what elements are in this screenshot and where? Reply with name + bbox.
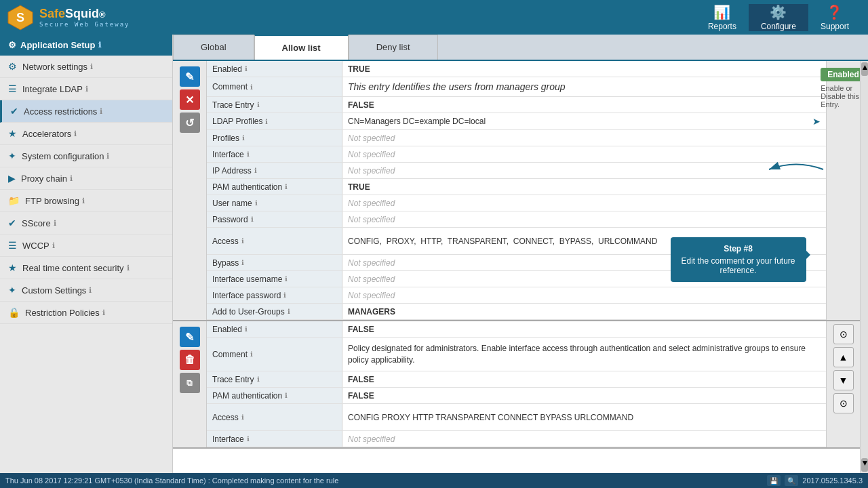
tab-denylist[interactable]: Deny list xyxy=(349,35,438,60)
entry2-delete-button[interactable]: 🗑 xyxy=(180,350,200,370)
password-help-icon1[interactable]: ℹ xyxy=(251,216,254,223)
entry2-settings-btn1[interactable]: ⊙ xyxy=(833,324,854,344)
entry1-clone-button[interactable]: ↺ xyxy=(180,113,200,133)
scroll-up-btn[interactable]: ▲ xyxy=(861,62,868,76)
scroll-down-btn[interactable]: ▼ xyxy=(861,458,868,472)
sidebar-section-app-setup: ⚙ Application Setup ℹ xyxy=(0,35,172,56)
field-value-password1: Not specified xyxy=(342,211,826,227)
entry1-edit-button[interactable]: ✎ xyxy=(180,66,200,87)
step-bubble: Step #8 Edit the comment or your future … xyxy=(671,237,806,282)
field-label-interface2: Interface ℹ xyxy=(207,431,342,447)
accelerators-help-icon[interactable]: ℹ xyxy=(74,129,77,138)
entry2-down-btn[interactable]: ▼ xyxy=(833,370,854,390)
entry2-up-btn[interactable]: ▲ xyxy=(833,347,854,367)
iface-user-help-icon1[interactable]: ℹ xyxy=(285,275,288,283)
entry1-enabled-badge[interactable]: Enabled Enable or Disable this Entry. xyxy=(815,64,860,113)
nav-configure[interactable]: ⚙️ Configure xyxy=(749,4,808,31)
sidebar-item-sscore[interactable]: ✔ SScore ℹ xyxy=(0,212,172,235)
realtime-help-icon[interactable]: ℹ xyxy=(127,264,130,272)
app-setup-icon: ⚙ xyxy=(8,40,16,50)
ftp-help-icon[interactable]: ℹ xyxy=(82,197,85,205)
interface-help-icon2[interactable]: ℹ xyxy=(247,435,250,443)
scrollbar[interactable]: ▲ ▼ xyxy=(860,61,868,473)
field-label-trace2: Trace Entry ℹ xyxy=(207,371,342,387)
ip-help-icon1[interactable]: ℹ xyxy=(254,167,257,174)
app-setup-help-icon[interactable]: ℹ xyxy=(98,41,101,49)
entry2-right-col: ⊙ ▲ ▼ ⊙ xyxy=(826,321,860,447)
sidebar-item-wccp[interactable]: ☰ WCCP ℹ xyxy=(0,235,172,257)
sidebar-sysconfig-label: System configuration xyxy=(22,151,104,161)
field-value-interface2: Not specified xyxy=(342,431,826,447)
sidebar-item-sysconfig[interactable]: ✦ System configuration ℹ xyxy=(0,145,172,167)
profiles-help-icon1[interactable]: ℹ xyxy=(242,134,245,142)
sidebar-item-network[interactable]: ⚙ Network settings ℹ xyxy=(0,56,172,78)
field-label-profiles1: Profiles ℹ xyxy=(207,130,342,146)
field-value-enabled2: FALSE xyxy=(342,321,826,337)
field-label-enabled2: Enabled ℹ xyxy=(207,321,342,337)
sidebar-item-access[interactable]: ✔ Access restrictions ℹ xyxy=(0,100,172,123)
custom-help-icon[interactable]: ℹ xyxy=(89,286,92,295)
sidebar-item-accelerators[interactable]: ★ Accelerators ℹ xyxy=(0,123,172,145)
network-help-icon[interactable]: ℹ xyxy=(90,62,93,71)
sidebar-item-custom[interactable]: ✦ Custom Settings ℹ xyxy=(0,279,172,302)
field-value-pam2: FALSE xyxy=(342,388,826,403)
realtime-icon: ★ xyxy=(8,262,17,273)
access-help-icon1[interactable]: ℹ xyxy=(241,237,244,245)
restriction-help-icon[interactable]: ℹ xyxy=(102,308,105,317)
step-arrow xyxy=(762,156,830,185)
entry-1: ✎ ✕ ↺ Enabled ℹ TRUE xyxy=(173,61,860,321)
field-row-pam2: PAM authentication ℹ FALSE xyxy=(207,388,826,404)
entry2-settings-btn2[interactable]: ⊙ xyxy=(833,393,854,413)
ldap-help-icon[interactable]: ℹ xyxy=(85,85,88,94)
entry1-delete-button[interactable]: ✕ xyxy=(180,89,200,110)
sidebar-item-proxy[interactable]: ▶ Proxy chain ℹ xyxy=(0,167,172,190)
sysconfig-help-icon[interactable]: ℹ xyxy=(106,152,109,161)
bypass-help-icon1[interactable]: ℹ xyxy=(241,259,244,266)
sidebar-accelerators-label: Accelerators xyxy=(22,129,71,139)
scroll-track xyxy=(861,77,868,457)
comment-help-icon1[interactable]: ℹ xyxy=(250,83,253,91)
field-value-pam1: TRUE xyxy=(342,179,826,195)
interface-help-icon1[interactable]: ℹ xyxy=(247,150,250,158)
trace-help-icon2[interactable]: ℹ xyxy=(257,375,260,383)
proxy-help-icon[interactable]: ℹ xyxy=(70,174,73,183)
send-icon[interactable]: ➤ xyxy=(812,116,821,127)
access-help-icon2[interactable]: ℹ xyxy=(241,413,244,421)
wccp-icon: ☰ xyxy=(8,240,17,251)
nav-reports[interactable]: 📊 Reports xyxy=(696,4,749,31)
sidebar-item-ldap[interactable]: ☰ Integrate LDAP ℹ xyxy=(0,78,172,100)
wccp-help-icon[interactable]: ℹ xyxy=(52,241,55,250)
statusbar-save-icon[interactable]: 💾 xyxy=(767,475,781,486)
sidebar-item-realtime[interactable]: ★ Real time content security ℹ xyxy=(0,257,172,279)
username-help-icon1[interactable]: ℹ xyxy=(255,199,258,207)
sidebar: ⚙ Application Setup ℹ ⚙ Network settings… xyxy=(0,35,173,473)
tab-global[interactable]: Global xyxy=(173,35,254,60)
field-row-interface1: Interface ℹ Not specified xyxy=(207,146,826,163)
main-layout: ⚙ Application Setup ℹ ⚙ Network settings… xyxy=(0,35,868,473)
pam-help-icon1[interactable]: ℹ xyxy=(285,183,288,190)
sidebar-item-restriction[interactable]: 🔒 Restriction Policies ℹ xyxy=(0,302,172,324)
pam-help-icon2[interactable]: ℹ xyxy=(285,392,288,399)
field-value-ldap1: CN=Managers DC=example DC=local ➤ xyxy=(342,113,826,129)
statusbar-search-icon[interactable]: 🔍 xyxy=(785,475,798,486)
entry2-edit-button[interactable]: ✎ xyxy=(180,327,200,347)
sscore-help-icon[interactable]: ℹ xyxy=(54,219,56,228)
access-help-icon[interactable]: ℹ xyxy=(100,107,102,116)
field-label-comment2: Comment ℹ xyxy=(207,338,342,371)
nav-support[interactable]: ❓ Support xyxy=(808,4,861,31)
usergroups-help-icon1[interactable]: ℹ xyxy=(288,308,290,315)
comment-help-icon2[interactable]: ℹ xyxy=(250,350,253,358)
iface-pass-help-icon1[interactable]: ℹ xyxy=(283,291,286,299)
trace-help-icon1[interactable]: ℹ xyxy=(257,101,260,108)
sidebar-item-ftp[interactable]: 📁 FTP browsing ℹ xyxy=(0,190,172,212)
tab-allowlist[interactable]: Allow list xyxy=(254,35,349,60)
entry2-clone-button[interactable]: ⧉ xyxy=(180,373,200,393)
field-value-trace2: FALSE xyxy=(342,371,826,387)
sidebar-proxy-label: Proxy chain xyxy=(21,174,67,184)
sidebar-wccp-label: WCCP xyxy=(22,241,50,251)
field-label-username1: User name ℹ xyxy=(207,195,342,211)
enabled-help-icon2[interactable]: ℹ xyxy=(245,325,248,333)
field-row-trace1: Trace Entry ℹ FALSE xyxy=(207,97,826,113)
ldap-help-icon1[interactable]: ℹ xyxy=(265,118,268,125)
enabled-help-icon1[interactable]: ℹ xyxy=(245,65,248,73)
